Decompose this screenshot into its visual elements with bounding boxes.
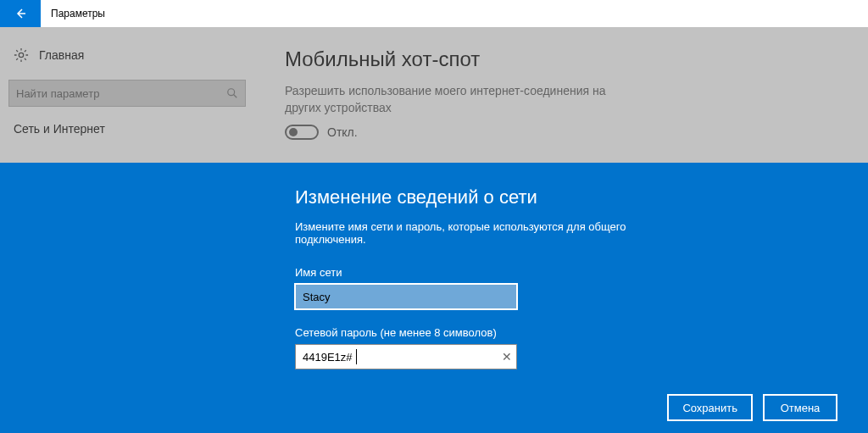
modal-title: Изменение сведений о сети: [295, 186, 636, 208]
clear-input-button[interactable]: ✕: [502, 350, 512, 364]
sidebar-item-home[interactable]: Главная: [0, 41, 254, 69]
search-input[interactable]: Найти параметр: [8, 80, 246, 107]
toggle-state-label: Откл.: [327, 125, 358, 139]
search-icon: [226, 87, 238, 99]
text-cursor: [356, 349, 357, 364]
modal-subtitle: Измените имя сети и пароль, которые испо…: [295, 220, 636, 246]
toggle-knob: [289, 128, 298, 136]
hotspot-toggle[interactable]: [285, 125, 319, 140]
arrow-left-icon: [14, 7, 27, 20]
sidebar-section-heading: Сеть и Интернет: [0, 107, 254, 142]
search-placeholder: Найти параметр: [16, 87, 226, 100]
titlebar: Параметры: [0, 0, 868, 27]
edit-network-modal: Изменение сведений о сети Измените имя с…: [0, 163, 868, 433]
window-title: Параметры: [41, 8, 105, 19]
gear-icon: [14, 47, 29, 63]
network-name-input[interactable]: Stacy: [295, 284, 517, 309]
network-password-input[interactable]: [295, 344, 517, 369]
network-name-label: Имя сети: [295, 266, 636, 279]
svg-point-0: [19, 53, 23, 57]
svg-point-1: [228, 89, 235, 96]
page-description: Разрешить использование моего интернет-с…: [285, 83, 624, 116]
save-button[interactable]: Сохранить: [667, 394, 753, 421]
back-button[interactable]: [0, 0, 41, 27]
network-name-value: Stacy: [303, 291, 331, 303]
sidebar-home-label: Главная: [39, 48, 84, 62]
network-password-label: Сетевой пароль (не менее 8 символов): [295, 326, 636, 339]
cancel-button[interactable]: Отмена: [763, 394, 837, 421]
page-title: Мобильный хот-спот: [285, 47, 851, 71]
